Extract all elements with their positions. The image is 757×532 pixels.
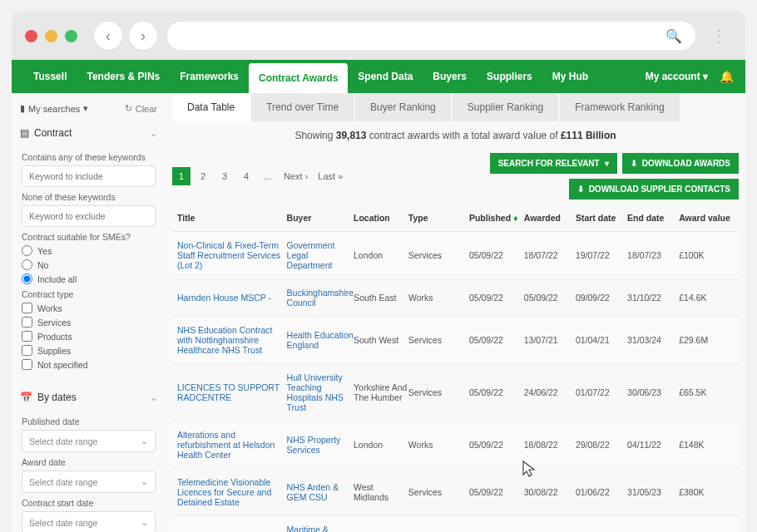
cell-type: Works	[408, 440, 469, 450]
award-title-link[interactable]: Harnden House MSCP -	[177, 293, 287, 303]
browser-menu[interactable]: ⋮	[705, 26, 732, 46]
page-1[interactable]: 1	[172, 167, 190, 185]
type-supplies[interactable]: Supplies	[22, 345, 156, 356]
close-window[interactable]	[25, 30, 37, 42]
filter-dates-toggle[interactable]: 📅By dates ⌄	[20, 387, 157, 408]
buyer-link[interactable]: Government Legal Department	[287, 240, 354, 270]
col-type[interactable]: Type	[408, 213, 469, 223]
tab-trend[interactable]: Trend over Time	[251, 93, 354, 121]
cell-published: 05/09/22	[469, 293, 524, 303]
table-row: Harnden House MSCP -Buckinghamshire Coun…	[172, 279, 739, 317]
cell-value: £380K	[679, 487, 734, 497]
cell-start: 29/08/22	[576, 440, 627, 450]
award-title-link[interactable]: Alterations and refurbishment at Helsdon…	[177, 430, 287, 460]
calendar-icon: 📅	[20, 392, 32, 403]
cell-end: 31/05/23	[627, 487, 679, 497]
bell-icon[interactable]: 🔔	[720, 70, 734, 83]
buyer-link[interactable]: Hull University Teaching Hospitals NHS T…	[287, 372, 354, 412]
col-start[interactable]: Start date	[576, 213, 627, 223]
nav-contract-awards[interactable]: Contract Awards	[249, 63, 348, 93]
nav-myhub[interactable]: My Hub	[542, 60, 598, 93]
pager: 1 2 3 4 … Next › Last »	[172, 167, 346, 185]
download-icon: ⬇	[631, 159, 637, 168]
page-2[interactable]: 2	[194, 167, 212, 185]
type-notspecified[interactable]: Not specified	[22, 359, 156, 370]
award-title-link[interactable]: LICENCES TO SUPPORT RADCENTRE	[177, 382, 287, 402]
buyer-link[interactable]: NHS Arden & GEM CSU	[287, 482, 354, 502]
cell-end: 31/10/22	[627, 293, 679, 303]
type-services[interactable]: Services	[22, 317, 156, 328]
minimize-window[interactable]	[45, 30, 57, 42]
cell-end: 30/06/23	[627, 387, 679, 397]
col-end[interactable]: End date	[627, 213, 679, 223]
contract-type-label: Contract type	[22, 289, 156, 299]
browser-forward[interactable]: ›	[129, 22, 157, 50]
col-location[interactable]: Location	[354, 213, 408, 223]
buyer-link[interactable]: NHS Property Services	[287, 435, 354, 455]
filter-contract-toggle[interactable]: ▤Contract ⌄	[20, 122, 157, 144]
cell-awarded: 24/06/22	[524, 387, 576, 397]
col-buyer[interactable]: Buyer	[287, 213, 354, 223]
table-row: Alterations and refurbishment at Helsdon…	[172, 421, 739, 469]
cell-location: South West	[354, 335, 408, 345]
col-awarded[interactable]: Awarded	[524, 213, 576, 223]
url-bar[interactable]: 🔍	[167, 22, 695, 50]
nav-spend-data[interactable]: Spend Data	[348, 60, 423, 93]
buyer-link[interactable]: Buckinghamshire Council	[287, 288, 354, 308]
award-date-select[interactable]: Select date range⌄	[22, 470, 156, 493]
nav-suppliers[interactable]: Suppliers	[477, 60, 542, 93]
window-controls	[25, 30, 77, 42]
tab-buyer-ranking[interactable]: Buyer Ranking	[355, 93, 451, 121]
sme-no[interactable]: No	[22, 259, 156, 270]
table-row: NHS Education Contract with Nottinghamsh…	[172, 317, 739, 364]
page-3[interactable]: 3	[215, 167, 234, 185]
cell-value: £14.6K	[679, 293, 734, 303]
cell-value: £65.5K	[679, 387, 734, 397]
my-account-menu[interactable]: My account ▾	[646, 60, 708, 93]
clear-filters[interactable]: ↻ Clear	[125, 103, 157, 114]
page-next[interactable]: Next ›	[280, 167, 311, 185]
none-keywords-label: None of these keywords	[22, 192, 156, 202]
award-title-link[interactable]: NHS Education Contract with Nottinghamsh…	[177, 325, 287, 355]
download-awards-button[interactable]: ⬇DOWNLOAD AWARDS	[622, 153, 739, 174]
nav-buyers[interactable]: Buyers	[423, 60, 477, 93]
search-relevant-button[interactable]: SEARCH FOR RELEVANT ▾	[490, 153, 617, 174]
cell-start: 09/09/22	[576, 293, 627, 303]
page-4[interactable]: 4	[237, 167, 255, 185]
nav-frameworks[interactable]: Frameworks	[170, 60, 249, 93]
tab-framework-ranking[interactable]: Framework Ranking	[560, 93, 679, 121]
sme-label: Contract suitable for SMEs?	[22, 232, 156, 242]
sme-all[interactable]: Include all	[22, 273, 156, 284]
cell-published: 05/09/22	[469, 440, 524, 450]
cell-end: 18/07/23	[627, 250, 679, 260]
table-row: Non-Clinical & Fixed-Term Staff Recruitm…	[172, 232, 739, 279]
cell-awarded: 18/08/22	[524, 440, 576, 450]
cell-awarded: 30/08/22	[524, 487, 576, 497]
published-date-select[interactable]: Select date range⌄	[22, 430, 156, 452]
page-last[interactable]: Last »	[314, 167, 346, 185]
award-title-link[interactable]: Telemedicine Visionable Licences for Sec…	[177, 477, 287, 507]
award-title-link[interactable]: Non-Clinical & Fixed-Term Staff Recruitm…	[177, 240, 287, 270]
col-published[interactable]: Published ♦	[469, 213, 524, 223]
nav-tussell[interactable]: Tussell	[23, 60, 77, 93]
col-value[interactable]: Award value	[679, 213, 734, 223]
browser-back[interactable]: ‹	[94, 22, 122, 50]
exclude-keyword-input[interactable]	[22, 205, 156, 227]
nav-tenders[interactable]: Tenders & PINs	[77, 60, 170, 93]
sme-yes[interactable]: Yes	[22, 245, 156, 256]
type-works[interactable]: Works	[22, 303, 156, 313]
tab-supplier-ranking[interactable]: Supplier Ranking	[453, 93, 558, 121]
maximize-window[interactable]	[65, 30, 77, 42]
start-date-select[interactable]: Select date range⌄	[22, 511, 156, 532]
tab-data-table[interactable]: Data Table	[172, 93, 250, 121]
download-contacts-button[interactable]: ⬇DOWNLOAD SUPPLIER CONTACTS	[569, 179, 739, 200]
type-products[interactable]: Products	[22, 331, 156, 342]
cell-start: 01/04/21	[576, 335, 627, 345]
buyer-link[interactable]: Maritime & Coastguard Agency	[287, 525, 354, 532]
include-keyword-input[interactable]	[22, 165, 156, 187]
my-searches-menu[interactable]: ▮ My searches ▾	[20, 103, 88, 114]
data-tabs: Data Table Trend over Time Buyer Ranking…	[172, 93, 739, 121]
buyer-link[interactable]: Health Education England	[287, 330, 354, 350]
col-title[interactable]: Title	[177, 213, 287, 223]
cell-start: 01/06/22	[576, 487, 627, 497]
